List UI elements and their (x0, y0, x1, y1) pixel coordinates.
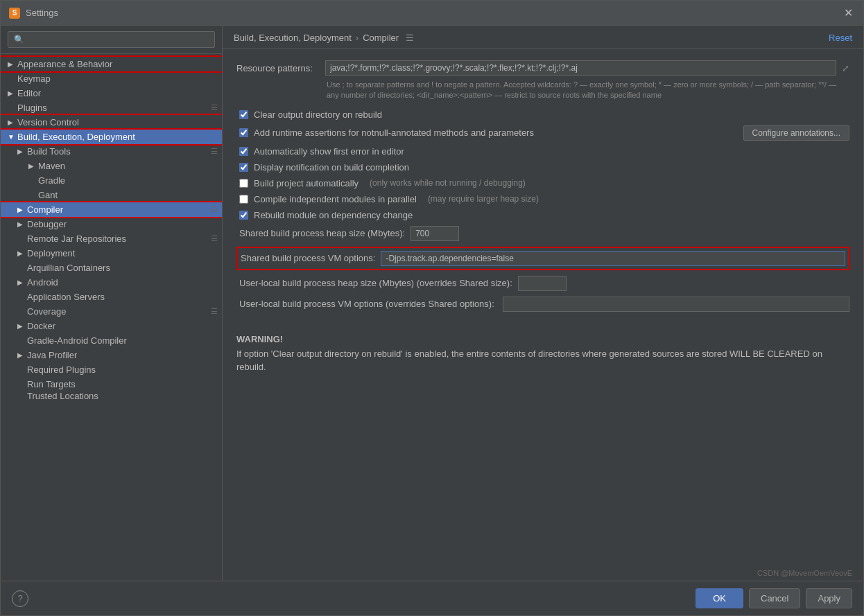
warning-title: WARNING! (236, 334, 849, 344)
sidebar-item-docker[interactable]: ▶ Docker (1, 319, 222, 333)
app-icon: S (9, 8, 20, 19)
settings-icon: ☰ (211, 307, 218, 316)
user-heap-label: User-local build process heap size (Mbyt… (239, 278, 512, 288)
checkbox-label-runtime-assertions[interactable]: Add runtime assertions for notnull-annot… (254, 127, 534, 138)
search-box (1, 26, 222, 54)
user-vm-input[interactable] (503, 297, 849, 312)
apply-button[interactable]: Apply (806, 588, 852, 608)
checkbox-row-notification: Display notification on build completion (236, 162, 849, 173)
help-text: Use ; to separate patterns and ! to nega… (327, 80, 849, 101)
checkbox-compile-parallel[interactable] (239, 195, 248, 204)
sidebar-item-keymap[interactable]: Keymap (1, 71, 222, 86)
checkbox-label-build-auto[interactable]: Build project automatically (254, 178, 358, 188)
sidebar-item-label: Application Servers (27, 292, 218, 302)
configure-annotations-button[interactable]: Configure annotations... (743, 125, 849, 141)
ok-button[interactable]: OK (695, 588, 743, 608)
sidebar-item-required-plugins[interactable]: Required Plugins (1, 362, 222, 377)
resource-patterns-row: Resource patterns: ⤢ (236, 60, 849, 76)
sidebar-item-appearance[interactable]: ▶ Appearance & Behavior (1, 57, 222, 71)
sidebar-item-run-targets[interactable]: Run Targets (1, 377, 222, 391)
sidebar-item-label: Appearance & Behavior (17, 59, 218, 69)
settings-icon: ☰ (211, 205, 218, 214)
sidebar-item-label: Run Targets (27, 379, 218, 389)
sidebar-item-java-profiler[interactable]: ▶ Java Profiler (1, 348, 222, 362)
shared-vm-options-row: Shared build process VM options: (236, 247, 849, 270)
cancel-button[interactable]: Cancel (749, 588, 800, 608)
sidebar-item-label: Gradle-Android Compiler (27, 335, 218, 346)
sidebar-item-plugins[interactable]: Plugins ☰ (1, 100, 222, 115)
sidebar-item-label: Version Control (17, 117, 218, 127)
shared-heap-row: Shared build process heap size (Mbytes): (236, 226, 849, 241)
sidebar-item-maven[interactable]: ▶ Maven (1, 159, 222, 173)
sidebar-item-label: Java Profiler (27, 350, 218, 360)
sidebar-item-gradle-android[interactable]: Gradle-Android Compiler (1, 333, 222, 348)
sidebar-item-arquillian[interactable]: Arquillian Containers (1, 261, 222, 275)
watermark: CSDN @MovemOemVeovE (757, 569, 852, 577)
shared-vm-input[interactable] (381, 251, 845, 266)
sidebar-item-build-tools[interactable]: ▶ Build Tools ☰ (1, 144, 222, 159)
checkbox-label-display-notification[interactable]: Display notification on build completion (254, 162, 409, 173)
sidebar-item-label: Remote Jar Repositories (27, 234, 208, 244)
resource-patterns-input[interactable] (325, 60, 836, 76)
sidebar-item-app-servers[interactable]: Application Servers (1, 290, 222, 304)
settings-icon: ☰ (211, 103, 218, 112)
resource-patterns-label: Resource patterns: (236, 63, 320, 73)
sidebar-item-compiler[interactable]: ▶ Compiler ☰ (1, 202, 222, 217)
settings-icon: ☰ (211, 147, 218, 156)
build-auto-note: (only works while not running / debuggin… (370, 178, 526, 188)
user-vm-label: User-local build process VM options (ove… (239, 299, 494, 309)
compile-parallel-note: (may require larger heap size) (428, 194, 539, 204)
checkbox-label-clear-output[interactable]: Clear output directory on rebuild (254, 109, 382, 120)
right-panel: Build, Execution, Deployment › Compiler … (223, 26, 863, 581)
title-bar: S Settings ✕ (1, 1, 863, 26)
sidebar-item-coverage[interactable]: Coverage ☰ (1, 304, 222, 319)
checkbox-display-notification[interactable] (239, 163, 248, 172)
sidebar-item-label: Coverage (27, 306, 208, 317)
shared-heap-label: Shared build process heap size (Mbytes): (239, 228, 405, 238)
checkbox-build-project-auto[interactable] (239, 179, 248, 188)
sidebar-item-label: Build, Execution, Deployment (17, 132, 218, 142)
help-button[interactable]: ? (12, 590, 28, 607)
reset-link[interactable]: Reset (829, 33, 852, 43)
checkbox-rebuild-module[interactable] (239, 211, 248, 220)
sidebar-item-android[interactable]: ▶ Android (1, 275, 222, 290)
checkbox-row-compile-parallel: Compile independent modules in parallel … (236, 194, 849, 204)
shared-heap-input[interactable] (411, 226, 459, 241)
sidebar-item-label: Keymap (17, 73, 218, 84)
left-panel: ▶ Appearance & Behavior Keymap ▶ Editor (1, 26, 223, 581)
sidebar-item-label: Maven (38, 161, 218, 171)
checkbox-show-first-error[interactable] (239, 147, 248, 156)
close-button[interactable]: ✕ (841, 6, 855, 20)
sidebar-item-label: Deployment (27, 248, 218, 258)
sidebar-item-editor[interactable]: ▶ Editor (1, 86, 222, 100)
checkbox-label-rebuild-module[interactable]: Rebuild module on dependency change (254, 210, 413, 220)
checkbox-clear-output[interactable] (239, 110, 248, 119)
search-input[interactable] (8, 31, 215, 48)
tree-area: ▶ Appearance & Behavior Keymap ▶ Editor (1, 54, 222, 581)
breadcrumb-parent: Build, Execution, Deployment (234, 33, 352, 43)
sidebar-item-version-control[interactable]: ▶ Version Control (1, 115, 222, 130)
sidebar-item-gradle[interactable]: Gradle (1, 173, 222, 188)
content-area: ▶ Appearance & Behavior Keymap ▶ Editor (1, 26, 863, 581)
sidebar-item-label: Android (27, 277, 218, 288)
sidebar-item-deployment[interactable]: ▶ Deployment (1, 246, 222, 261)
warning-text: If option 'Clear output directory on reb… (236, 347, 849, 374)
breadcrumb-menu-icon[interactable]: ☰ (406, 33, 414, 43)
right-content: Resource patterns: ⤢ Use ; to separate p… (223, 49, 863, 581)
checkbox-label-compile-parallel[interactable]: Compile independent modules in parallel (254, 194, 417, 204)
sidebar-item-remote-jar[interactable]: Remote Jar Repositories ☰ (1, 231, 222, 246)
user-heap-input[interactable] (518, 276, 567, 291)
sidebar-item-build-execution[interactable]: ▼ Build, Execution, Deployment (1, 130, 222, 144)
sidebar-item-trusted-locations[interactable]: Trusted Locations (1, 391, 222, 400)
sidebar-item-gant[interactable]: Gant (1, 188, 222, 202)
expand-icon[interactable]: ⤢ (842, 63, 849, 73)
user-vm-row: User-local build process VM options (ove… (236, 297, 849, 312)
settings-dialog: S Settings ✕ ▶ Appearance & Behavior (0, 0, 864, 616)
sidebar-item-label: Editor (17, 88, 218, 98)
checkbox-row-clear-output: Clear output directory on rebuild (236, 109, 849, 120)
checkbox-label-show-first-error[interactable]: Automatically show first error in editor (254, 146, 404, 157)
bottom-bar: ? OK Cancel Apply (1, 581, 863, 615)
sidebar-item-label: Trusted Locations (27, 391, 218, 400)
checkbox-runtime-assertions[interactable] (239, 128, 248, 137)
sidebar-item-debugger[interactable]: ▶ Debugger (1, 217, 222, 231)
